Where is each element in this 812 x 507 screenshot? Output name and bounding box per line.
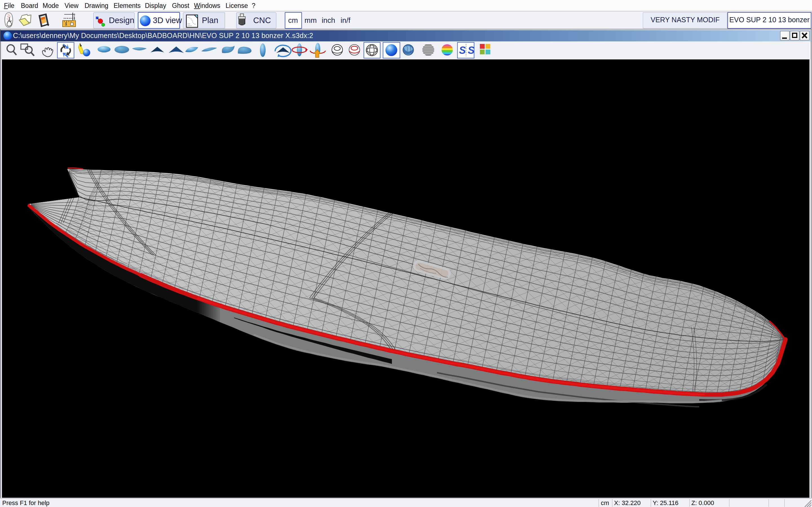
svg-text:S: S (459, 45, 466, 56)
svg-text:S: S (468, 45, 474, 56)
svg-text:1: 1 (65, 21, 67, 26)
